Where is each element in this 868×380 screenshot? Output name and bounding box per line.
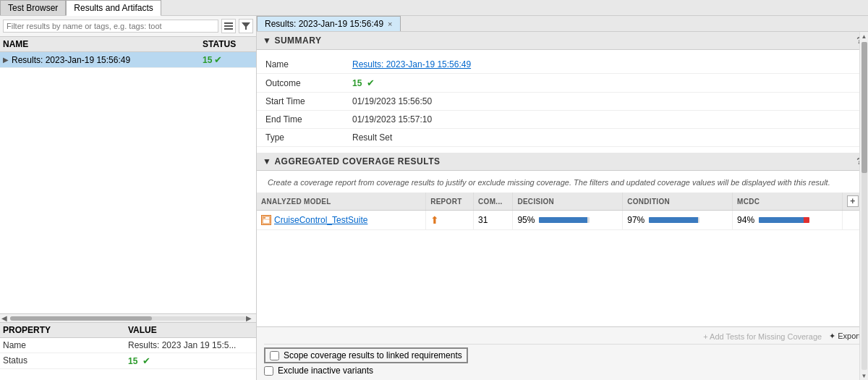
decision-progress: 95%: [517, 215, 618, 225]
right-footer: + Add Tests for Missing Coverage ✦ Expor…: [257, 326, 868, 380]
scroll-left-icon[interactable]: ◀: [1, 314, 10, 322]
svg-marker-3: [242, 22, 250, 30]
summary-row-endtime: End Time 01/19/2023 15:57:10: [257, 111, 868, 129]
coverage-title: AGGREGATED COVERAGE RESULTS: [274, 156, 440, 166]
property-row-name: Name Results: 2023 Jan 19 15:5...: [0, 338, 256, 353]
condition-progress: 97%: [627, 215, 728, 225]
left-panel: NAME STATUS ▶ Results: 2023-Jan-19 15:56…: [0, 16, 257, 380]
add-tests-btn[interactable]: + Add Tests for Missing Coverage: [703, 332, 822, 341]
summary-val-endtime: 01/19/2023 15:57:10: [344, 111, 868, 129]
right-tab-bar: Results: 2023-Jan-19 15:56:49 ×: [257, 16, 868, 32]
status-check-icon: ✔: [214, 54, 222, 65]
col-header-decision: DECISION: [513, 193, 623, 211]
tab-results-artifacts[interactable]: Results and Artifacts: [66, 0, 161, 16]
summary-table: Name Results: 2023-Jan-19 15:56:49 Outco…: [257, 56, 868, 147]
tree-row-status: 15 ✔: [203, 54, 253, 65]
tree-row-name: ▶ Results: 2023-Jan-19 15:56:49: [3, 55, 203, 65]
col-header-condition: CONDITION: [623, 193, 733, 211]
property-val-status: 15 ✔: [128, 355, 253, 366]
main-area: NAME STATUS ▶ Results: 2023-Jan-19 15:56…: [0, 16, 868, 380]
model-cell: CruiseControl_TestSuite: [257, 211, 426, 230]
status-check-icon-prop: ✔: [142, 355, 150, 366]
col-header-model: ANALYZED MODEL: [257, 193, 426, 211]
right-panel-wrapper: Results: 2023-Jan-19 15:56:49 × ▼ SUMMAR…: [257, 16, 868, 380]
property-panel: PROPERTY VALUE Name Results: 2023 Jan 19…: [0, 322, 256, 380]
property-key-name: Name: [3, 340, 128, 350]
status-value: 15: [128, 356, 137, 366]
summary-key-starttime: Start Time: [257, 93, 344, 111]
summary-row-type: Type Result Set: [257, 129, 868, 147]
condition-pct: 97%: [627, 215, 644, 225]
model-icon: [261, 215, 271, 225]
outcome-check-icon: ✔: [367, 77, 375, 88]
scrollbar-track[interactable]: [10, 316, 246, 321]
scope-coverage-label: Scope coverage results to linked require…: [284, 350, 462, 360]
summary-val-starttime: 01/19/2023 15:56:50: [344, 93, 868, 111]
decision-bar: [539, 217, 590, 223]
col-header-report: REPORT: [426, 193, 474, 211]
property-key-status: Status: [3, 355, 128, 366]
svg-rect-0: [224, 22, 233, 24]
scrollbar-track-right[interactable]: [861, 42, 867, 370]
summary-val-type: Result Set: [344, 129, 868, 147]
mcdc-fill-blue: [759, 217, 804, 223]
status-count: 15: [203, 55, 212, 65]
upload-icon[interactable]: ⬆: [430, 214, 439, 226]
scrollbar-thumb: [10, 316, 152, 321]
tree-row-results[interactable]: ▶ Results: 2023-Jan-19 15:56:49 15 ✔: [0, 52, 256, 68]
summary-val-outcome: 15 ✔: [344, 74, 868, 93]
scrollbar-up-icon[interactable]: ▲: [860, 32, 869, 41]
coverage-collapse-icon[interactable]: ▼: [263, 156, 271, 166]
scroll-right-icon[interactable]: ▶: [246, 314, 255, 322]
right-panel: Results: 2023-Jan-19 15:56:49 × ▼ SUMMAR…: [257, 16, 868, 380]
svg-rect-1: [224, 25, 233, 27]
coverage-title-left: ▼ AGGREGATED COVERAGE RESULTS: [263, 156, 440, 166]
footer-checkboxes: Scope coverage results to linked require…: [264, 347, 861, 376]
exclude-inactive-checkbox[interactable]: [264, 366, 273, 376]
filter-input[interactable]: [3, 20, 218, 33]
property-row-status: Status 15 ✔: [0, 353, 256, 369]
scrollbar-thumb-right: [861, 42, 867, 173]
report-cell: ⬆: [426, 211, 474, 230]
model-name: CruiseControl_TestSuite: [274, 215, 367, 225]
decision-fill: [539, 217, 587, 223]
right-tab-results[interactable]: Results: 2023-Jan-19 15:56:49 ×: [257, 16, 401, 31]
top-tab-bar: Test Browser Results and Artifacts: [0, 0, 868, 16]
tab-test-browser[interactable]: Test Browser: [0, 0, 66, 15]
scope-coverage-checkbox[interactable]: [270, 351, 279, 360]
summary-key-outcome: Outcome: [257, 74, 344, 93]
summary-key-type: Type: [257, 129, 344, 147]
close-tab-icon[interactable]: ×: [388, 20, 392, 28]
condition-fill: [649, 217, 698, 223]
right-content: ▼ SUMMARY ? Name Results: 2023-Jan-19 15…: [257, 32, 868, 326]
summary-row-name: Name Results: 2023-Jan-19 15:56:49: [257, 56, 868, 74]
right-vertical-scrollbar[interactable]: ▲ ▼: [859, 32, 868, 380]
condition-cell: 97%: [623, 211, 733, 230]
tree-horizontal-scrollbar[interactable]: ◀ ▶: [0, 313, 256, 322]
coverage-table-header-row: ANALYZED MODEL REPORT COM... DECISION CO…: [257, 193, 868, 211]
col-header-mcdc: MCDC: [733, 193, 843, 211]
tree-area: ▶ Results: 2023-Jan-19 15:56:49 15 ✔: [0, 52, 256, 313]
columns-icon-btn[interactable]: [221, 19, 236, 33]
svg-rect-2: [224, 28, 233, 30]
scrollbar-down-icon[interactable]: ▼: [860, 371, 869, 380]
summary-section: ▼ SUMMARY ? Name Results: 2023-Jan-19 15…: [257, 32, 868, 147]
property-val-name: Results: 2023 Jan 19 15:5...: [128, 340, 253, 350]
exclude-inactive-checkbox-row: Exclude inactive variants: [264, 366, 861, 376]
export-btn[interactable]: ✦ Export: [829, 332, 861, 341]
filter-icon-btn[interactable]: [239, 19, 253, 33]
summary-key-endtime: End Time: [257, 111, 344, 129]
summary-key-name: Name: [257, 56, 344, 74]
summary-title-left: ▼ SUMMARY: [263, 35, 321, 46]
col-header-com: COM...: [474, 193, 513, 211]
expand-arrow-icon[interactable]: ▶: [3, 56, 9, 64]
condition-bar: [649, 217, 699, 223]
property-header: PROPERTY VALUE: [0, 323, 256, 338]
summary-title: SUMMARY: [274, 35, 321, 46]
footer-actions: + Add Tests for Missing Coverage ✦ Expor…: [264, 332, 861, 345]
add-col-btn[interactable]: +: [847, 195, 859, 207]
summary-collapse-icon[interactable]: ▼: [263, 35, 271, 46]
summary-name-link[interactable]: Results: 2023-Jan-19 15:56:49: [352, 59, 471, 69]
model-link[interactable]: CruiseControl_TestSuite: [261, 215, 421, 225]
decision-cell: 95%: [513, 211, 623, 230]
